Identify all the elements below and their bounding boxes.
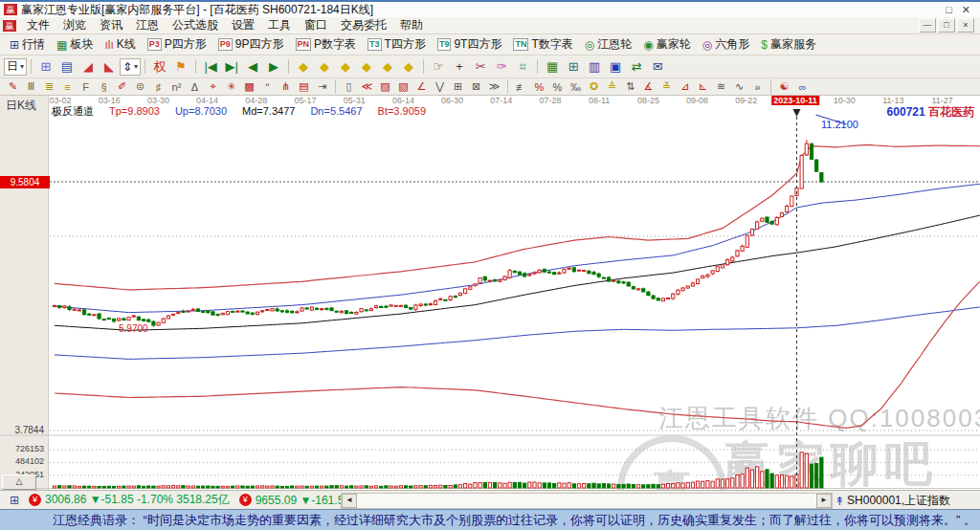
marker-pen-icon[interactable]: ✐ [114, 78, 130, 95]
hand-tool-icon[interactable]: ☞ [429, 57, 448, 77]
ellipse-icon[interactable]: ⊜ [132, 78, 148, 95]
next-bar-icon[interactable]: ▶ [264, 57, 283, 77]
toolbar-9p-square-button[interactable]: P99P四方形 [218, 36, 284, 53]
toolbar-t-square-button[interactable]: T3T四方形 [368, 36, 426, 53]
scissors-icon[interactable]: ✂ [471, 57, 490, 77]
shaded-box-icon[interactable]: ▩ [241, 78, 257, 95]
toolbar-t-table-button[interactable]: TNT数字表 [513, 36, 572, 53]
target-icon[interactable]: ⌖ [205, 78, 221, 95]
replay-flag-icon[interactable]: ⚑ [171, 57, 190, 77]
menu-item-帮助[interactable]: 帮助 [393, 18, 430, 32]
status-symbol-label[interactable]: SH000001,上证指数 [847, 493, 950, 509]
pan-right-icon[interactable]: ◆ [357, 57, 376, 77]
permille-icon[interactable]: ‰ [568, 78, 584, 95]
wedge-icon[interactable]: ⊿ [677, 78, 693, 95]
check-angle-icon[interactable]: ⋁ [432, 78, 448, 95]
toolbar-winner-service-button[interactable]: $赢家服务 [761, 36, 816, 53]
pan-left-icon[interactable]: ◆ [336, 57, 355, 77]
brush-icon[interactable]: ✑ [492, 57, 511, 77]
restore-window-icon[interactable]: □ [946, 4, 952, 16]
infinity-icon[interactable]: ∞ [794, 78, 811, 95]
starburst-icon[interactable]: ✳ [223, 78, 239, 95]
close-window-icon[interactable]: ✕ [962, 4, 970, 16]
zoom-in-x-icon[interactable]: ◆ [315, 57, 334, 77]
cross-window-icon[interactable]: ⊠ [468, 78, 484, 95]
period-day-combo[interactable]: 日▾ [4, 58, 27, 76]
balance-icon[interactable]: ⇅ [622, 78, 638, 95]
calculator-icon[interactable]: ⊞ [564, 57, 583, 77]
toolbar-hexagon-button[interactable]: ◎六角形 [702, 36, 749, 53]
abacus-icon[interactable]: ⌗ [513, 57, 532, 77]
toolbar-gann-wheel-button[interactable]: ◎江恩轮 [585, 36, 632, 53]
width-arrows-icon[interactable]: ⇥ [314, 78, 330, 95]
compress-y-icon[interactable]: ◆ [378, 57, 397, 77]
gann-fan-icon[interactable]: ⋔ [278, 78, 294, 95]
crossed-region-icon[interactable]: ▧ [395, 78, 412, 95]
parallel-lines-icon[interactable]: Ⅲ [23, 78, 39, 95]
menu-item-浏览[interactable]: 浏览 [56, 18, 93, 32]
toolbar-winner-wheel-button[interactable]: ◉赢家轮 [643, 36, 690, 53]
multi-slash-icon[interactable]: ≫ [486, 78, 502, 95]
toolbar-p-square-button[interactable]: P3P四方形 [147, 36, 207, 53]
horizontal-scrollbar[interactable]: ◄ ► [341, 493, 833, 509]
minimize-child-icon[interactable]: — [919, 18, 936, 33]
last-bar-icon[interactable]: ▶| [222, 57, 241, 77]
expand-pane-button[interactable]: △ [2, 475, 36, 490]
menu-item-设置[interactable]: 设置 [225, 18, 261, 32]
menu-item-公式选股[interactable]: 公式选股 [166, 18, 225, 32]
menu-item-工具[interactable]: 工具 [261, 18, 298, 32]
prev-bar-icon[interactable]: ◀ [243, 57, 262, 77]
menu-item-交易委托[interactable]: 交易委托 [334, 18, 393, 32]
levels-icon[interactable]: ≢ [513, 78, 529, 95]
sync-icon[interactable]: ⇄ [627, 57, 646, 77]
expand-y-icon[interactable]: ◆ [399, 57, 418, 77]
scroll-left-icon[interactable]: ◄ [342, 494, 357, 508]
golden-gate-icon[interactable]: ≙ [604, 78, 620, 95]
percent-slope-icon[interactable]: % [531, 78, 547, 95]
menu-item-窗口[interactable]: 窗口 [298, 18, 334, 32]
quote-grid-icon[interactable]: ⊞ [5, 491, 24, 510]
toolbar-kline-button[interactable]: ılıK线 [104, 36, 135, 53]
quote-marks-icon[interactable]: ʺ [259, 78, 276, 95]
menu-item-文件[interactable]: 文件 [20, 18, 56, 32]
pencil-icon[interactable]: ✎ [5, 78, 21, 95]
rights-restoration-icon[interactable]: 权 [150, 57, 169, 77]
fib-lines-icon[interactable]: ≋ [713, 78, 729, 95]
trend-wave-icon[interactable]: ∿ [731, 78, 747, 95]
zoom-out-x-icon[interactable]: ◆ [294, 57, 313, 77]
gann-fan2-icon[interactable]: ▤ [296, 78, 312, 95]
gann-grid2-icon[interactable]: ≡ [59, 78, 76, 95]
save-icon[interactable]: ▣ [606, 57, 625, 77]
fan-lines-icon[interactable]: » [749, 78, 766, 95]
toolbar-sectors-button[interactable]: ▦板块 [56, 36, 93, 53]
calendar-icon[interactable]: ▦ [543, 57, 562, 77]
grid-window-icon[interactable]: ⊞ [450, 78, 466, 95]
mail-icon[interactable]: ✉ [648, 57, 667, 77]
toolbar-quotes-button[interactable]: ⊞行情 [10, 36, 45, 53]
menu-item-资讯[interactable]: 资讯 [93, 18, 129, 32]
golden-circle-icon[interactable]: ✪ [586, 78, 602, 95]
candlestick-chart[interactable] [0, 96, 980, 490]
angle-measure-icon[interactable]: ∠ [413, 78, 430, 95]
gold-square-icon[interactable]: ≚ [658, 78, 675, 95]
spiral-icon[interactable]: § [96, 78, 112, 95]
gann-grid-icon[interactable]: ≣ [41, 78, 57, 95]
f-wedge-icon[interactable]: ⊾ [695, 78, 711, 95]
filled-region-icon[interactable]: ▨ [377, 78, 393, 95]
f-lines-icon[interactable]: F [78, 78, 94, 95]
first-bar-icon[interactable]: |◀ [201, 57, 220, 77]
percent-icon[interactable]: % [549, 78, 566, 95]
gann-angles-icon[interactable]: ∡ [640, 78, 657, 95]
hatch-icon[interactable]: ♯ [150, 78, 167, 95]
notepad-icon[interactable]: ▥ [585, 57, 604, 77]
yinyang-icon[interactable]: ☯ [776, 78, 792, 95]
scroll-right-icon[interactable]: ► [816, 494, 832, 508]
updown-combo[interactable]: ⇕▾ [120, 58, 141, 76]
channel-box-icon[interactable]: ▯ [341, 78, 357, 95]
toolbar-p-table-button[interactable]: PNP数字表 [296, 36, 357, 53]
mini-chart2-icon[interactable]: ◣ [100, 57, 119, 77]
crosshair-tool-icon[interactable]: + [450, 57, 469, 77]
shanghai-index-quote[interactable]: 3006.86 ▼-51.85 -1.70% 3518.25亿 [45, 492, 230, 508]
close-child-icon[interactable]: × [957, 18, 974, 33]
square-n2-icon[interactable]: n² [168, 78, 185, 95]
